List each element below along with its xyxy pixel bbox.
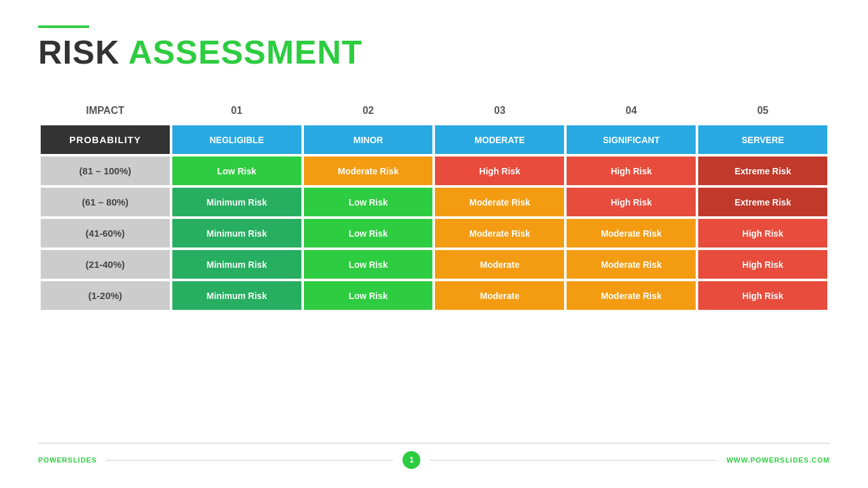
col-num-5: 05 [698, 99, 827, 123]
top-accent-line [38, 25, 89, 28]
title-assessment: ASSESSMENT [128, 34, 362, 71]
cell-r1-c1: Low Risk [172, 157, 301, 185]
cell-r1-c4: High Risk [567, 157, 696, 185]
cell-r2-c1: Minimum Risk [172, 188, 301, 216]
footer-divider-right [430, 460, 717, 461]
slide: RISK ASSESSMENT IMPACT 01 02 03 04 05 PR… [0, 0, 868, 488]
footer-power-left: POWER [38, 456, 68, 464]
impact-label: IMPACT [41, 99, 170, 123]
header: RISK ASSESSMENT [38, 25, 830, 71]
prob-label-row3: (41-60%) [41, 219, 170, 247]
table-row: (61 – 80%) Minimum Risk Low Risk Moderat… [41, 188, 827, 216]
cell-r2-c2: Low Risk [304, 188, 433, 216]
footer-page-number: 1 [403, 451, 420, 469]
risk-matrix-table: IMPACT 01 02 03 04 05 PROBABILITY NEGLIG… [38, 96, 830, 312]
col-num-1: 01 [172, 99, 301, 123]
footer-divider-left [106, 460, 393, 461]
cell-r3-c4: Moderate Risk [567, 219, 696, 247]
sub-header-negligible: NEGLIGIBLE [172, 125, 301, 154]
cell-r5-c1: Minimum Risk [172, 281, 301, 310]
cell-r3-c3: Moderate Risk [435, 219, 564, 247]
cell-r5-c5: High Risk [698, 281, 827, 310]
prob-label-row5: (1-20%) [41, 281, 170, 310]
footer-brand-left: POWERSLIDES [38, 456, 97, 464]
sub-header-moderate: MODERATE [435, 125, 564, 154]
table-row: (81 – 100%) Low Risk Moderate Risk High … [41, 157, 827, 185]
cell-r4-c5: High Risk [698, 250, 827, 279]
footer-inner: POWERSLIDES 1 WWW.POWERSLIDES.COM [38, 451, 830, 469]
page-title: RISK ASSESSMENT [38, 34, 830, 71]
cell-r1-c5: Extreme Risk [698, 157, 827, 185]
cell-r4-c2: Low Risk [304, 250, 433, 279]
cell-r3-c1: Minimum Risk [172, 219, 301, 247]
cell-r2-c3: Moderate Risk [435, 188, 564, 216]
footer: POWERSLIDES 1 WWW.POWERSLIDES.COM [38, 443, 830, 469]
cell-r1-c3: High Risk [435, 157, 564, 185]
table-row: (41-60%) Minimum Risk Low Risk Moderate … [41, 219, 827, 247]
cell-r1-c2: Moderate Risk [304, 157, 433, 185]
sub-header-minor: MINOR [304, 125, 433, 154]
prob-label-row4: (21-40%) [41, 250, 170, 279]
title-risk: RISK [38, 34, 120, 71]
cell-r5-c2: Low Risk [304, 281, 433, 310]
col-num-3: 03 [435, 99, 564, 123]
column-header-row: IMPACT 01 02 03 04 05 [41, 99, 827, 123]
col-num-4: 04 [567, 99, 696, 123]
probability-label: PROBABILITY [41, 125, 170, 154]
sub-header-row: PROBABILITY NEGLIGIBLE MINOR MODERATE SI… [41, 125, 827, 154]
risk-matrix-container: IMPACT 01 02 03 04 05 PROBABILITY NEGLIG… [38, 96, 830, 436]
cell-r4-c1: Minimum Risk [172, 250, 301, 279]
cell-r5-c4: Moderate Risk [567, 281, 696, 310]
sub-header-severe: SERVERE [698, 125, 827, 154]
prob-label-row2: (61 – 80%) [41, 188, 170, 216]
cell-r4-c4: Moderate Risk [567, 250, 696, 279]
prob-label-row1: (81 – 100%) [41, 157, 170, 185]
col-num-2: 02 [304, 99, 433, 123]
cell-r2-c5: Extreme Risk [698, 188, 827, 216]
cell-r3-c5: High Risk [698, 219, 827, 247]
cell-r4-c3: Moderate [435, 250, 564, 279]
table-row: (1-20%) Minimum Risk Low Risk Moderate M… [41, 281, 827, 310]
footer-slides-left: SLIDES [68, 456, 97, 464]
footer-www: WWW.POWER [726, 456, 780, 464]
footer-slides-right: SLIDES.COM [780, 456, 830, 464]
cell-r2-c4: High Risk [567, 188, 696, 216]
table-row: (21-40%) Minimum Risk Low Risk Moderate … [41, 250, 827, 279]
cell-r3-c2: Low Risk [304, 219, 433, 247]
sub-header-significant: SIGNIFICANT [567, 125, 696, 154]
cell-r5-c3: Moderate [435, 281, 564, 310]
footer-brand-right: WWW.POWERSLIDES.COM [726, 456, 830, 464]
